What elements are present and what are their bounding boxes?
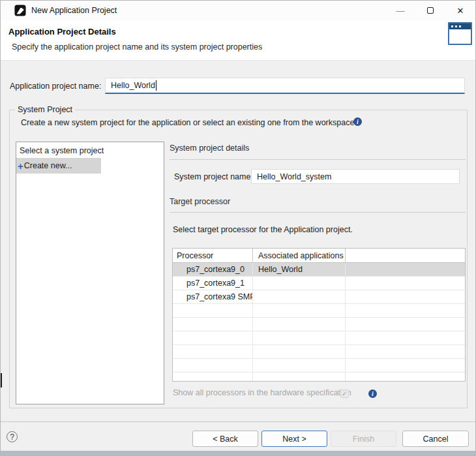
target-processor-title: Target processor bbox=[170, 197, 230, 206]
wizard-window-icon bbox=[448, 22, 472, 45]
maximize-icon bbox=[427, 7, 434, 14]
list-header: Select a system project bbox=[16, 142, 164, 158]
help-button[interactable]: ? bbox=[7, 431, 18, 442]
system-project-details-title: System project details bbox=[170, 144, 249, 153]
table-row-empty[interactable] bbox=[173, 345, 465, 359]
table-row[interactable]: ps7_cortexa9_1 bbox=[173, 277, 465, 290]
next-button[interactable]: Next > bbox=[261, 431, 327, 447]
processor-cell: ps7_cortexa9_0 bbox=[173, 263, 253, 276]
window-title: New Application Project bbox=[31, 6, 117, 15]
xilinx-logo-icon bbox=[14, 5, 26, 16]
applications-cell bbox=[253, 290, 346, 303]
table-row-empty[interactable] bbox=[173, 372, 465, 382]
wizard-header: Application Project Details Specify the … bbox=[1, 20, 475, 61]
create-new-label: Create new... bbox=[24, 161, 72, 170]
list-item-create-new[interactable]: + Create new... bbox=[16, 158, 101, 174]
screen-edge-artifact bbox=[1, 373, 2, 388]
text-caret bbox=[156, 80, 156, 91]
plus-icon: + bbox=[18, 160, 23, 172]
button-bar: ? < Back Next > Finish Cancel bbox=[1, 422, 475, 452]
close-button[interactable]: ✕ bbox=[445, 1, 475, 20]
minimize-icon: — bbox=[396, 6, 405, 16]
column-header-applications[interactable]: Associated applications bbox=[253, 249, 346, 262]
applications-cell: Hello_World bbox=[253, 263, 346, 276]
column-header-processor[interactable]: Processor bbox=[173, 249, 253, 262]
system-name-label: System project name: bbox=[174, 172, 253, 181]
table-row[interactable]: ps7_cortexa9_0 Hello_World bbox=[173, 263, 465, 277]
column-header-empty[interactable] bbox=[346, 249, 465, 262]
new-application-project-dialog: New Application Project — ✕ Application … bbox=[0, 0, 476, 456]
table-body: ps7_cortexa9_0 Hello_World ps7_cortexa9_… bbox=[173, 263, 465, 382]
show-all-processors-checkbox[interactable]: ✓ bbox=[340, 389, 349, 398]
applications-cell bbox=[253, 277, 346, 290]
minimize-button[interactable]: — bbox=[385, 1, 415, 20]
group-description: Create a new system project for the appl… bbox=[21, 118, 354, 127]
table-row-empty[interactable] bbox=[173, 304, 465, 318]
info-icon[interactable]: i bbox=[368, 389, 377, 398]
divider bbox=[170, 159, 466, 160]
maximize-button[interactable] bbox=[415, 1, 445, 20]
processor-cell: ps7_cortexa9 SMP bbox=[173, 290, 253, 303]
table-row-empty[interactable] bbox=[173, 359, 465, 372]
page-subtitle: Specify the application project name and… bbox=[12, 42, 262, 52]
cancel-button[interactable]: Cancel bbox=[402, 431, 469, 447]
processor-table[interactable]: Processor Associated applications ps7_co… bbox=[172, 248, 466, 382]
page-title: Application Project Details bbox=[8, 27, 116, 37]
app-name-label: Application project name: bbox=[10, 82, 101, 91]
app-name-value: Hello_World bbox=[111, 81, 155, 90]
show-all-processors-label: Show all processors in the hardware spec… bbox=[173, 388, 351, 397]
check-icon: ✓ bbox=[342, 390, 347, 397]
divider bbox=[170, 212, 466, 213]
group-label: System Project bbox=[15, 105, 75, 114]
window-bottom-edge bbox=[1, 451, 475, 455]
help-icon: ? bbox=[10, 433, 14, 442]
table-row-empty[interactable] bbox=[173, 331, 465, 345]
finish-button: Finish bbox=[331, 431, 396, 447]
table-header-row: Processor Associated applications bbox=[173, 249, 465, 263]
title-bar[interactable]: New Application Project — ✕ bbox=[1, 1, 475, 20]
back-button[interactable]: < Back bbox=[192, 431, 258, 447]
table-row[interactable]: ps7_cortexa9 SMP bbox=[173, 290, 465, 304]
system-project-list[interactable]: Select a system project + Create new... bbox=[16, 142, 164, 404]
system-name-input[interactable]: Hello_World_system bbox=[251, 169, 460, 184]
system-project-group: System Project Create a new system proje… bbox=[9, 110, 468, 408]
processor-cell: ps7_cortexa9_1 bbox=[173, 277, 253, 290]
table-row-empty[interactable] bbox=[173, 318, 465, 331]
target-processor-hint: Select target processor for the Applicat… bbox=[173, 225, 353, 234]
info-icon[interactable]: i bbox=[353, 117, 362, 126]
system-name-value: Hello_World_system bbox=[257, 172, 331, 181]
close-icon: ✕ bbox=[457, 6, 464, 16]
app-name-input[interactable]: Hello_World bbox=[105, 78, 465, 94]
